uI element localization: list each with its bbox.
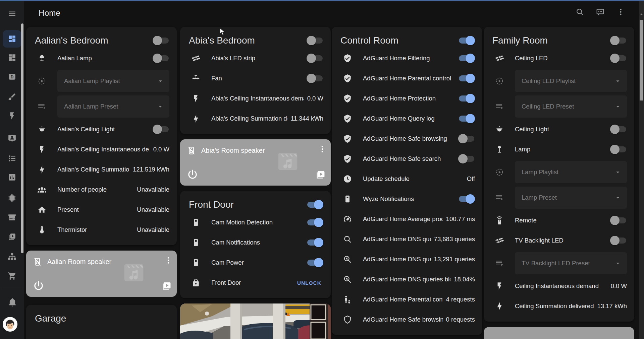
toggle[interactable]: [459, 95, 474, 101]
entity-row[interactable]: AdGuard Home DNS quer…73,683 queries: [340, 229, 475, 249]
entity-row[interactable]: Lamp: [492, 139, 627, 159]
toggle[interactable]: [611, 55, 626, 61]
scroll-up-icon[interactable]: [639, 11, 644, 17]
sidebar-item-integrations[interactable]: [3, 248, 21, 265]
room-toggle[interactable]: [307, 202, 323, 208]
entity-row[interactable]: Update scheduleOff: [340, 169, 475, 189]
toggle[interactable]: [307, 55, 323, 61]
card-front-door-camera[interactable]: [180, 303, 331, 339]
toggle[interactable]: [611, 217, 626, 223]
page-scrollbar[interactable]: [639, 1, 644, 339]
notifications-button[interactable]: [8, 297, 17, 307]
sidebar-item-brush[interactable]: [3, 88, 21, 106]
entity-row[interactable]: Ceiling LED: [492, 48, 627, 68]
sidebar-item-energy[interactable]: [3, 107, 21, 125]
toggle[interactable]: [611, 126, 626, 132]
power-button-icon[interactable]: [186, 168, 199, 181]
room-toggle[interactable]: [153, 38, 169, 44]
playlist-select[interactable]: Ceiling LED Playlist: [515, 70, 627, 92]
entity-row[interactable]: Cam Motion Detection: [189, 212, 323, 232]
sidebar-item-d-badge[interactable]: [3, 68, 21, 85]
sidebar-item-dashboard[interactable]: [3, 30, 21, 48]
card-abia-room-speaker[interactable]: Abia's Room speaker: [180, 139, 331, 186]
entity-row[interactable]: Abia's Ceiling Instantaneous dema…0.0 W: [189, 88, 323, 109]
preset-select[interactable]: Lamp Preset: [515, 187, 627, 209]
room-toggle[interactable]: [611, 38, 626, 44]
toggle[interactable]: [459, 196, 474, 202]
sidebar-scrollbar-thumb[interactable]: [21, 23, 23, 253]
unlock-button[interactable]: UNLOCK: [297, 280, 321, 286]
toggle[interactable]: [459, 156, 474, 162]
entity-row[interactable]: Ceiling Light: [492, 119, 627, 139]
room-toggle[interactable]: [307, 38, 323, 44]
search-button[interactable]: [576, 8, 584, 16]
entity-row[interactable]: Aalian's Ceiling Instantaneous de…0.0 W: [35, 139, 169, 159]
entity-row[interactable]: PresentUnavailable: [35, 200, 169, 220]
user-avatar[interactable]: [2, 317, 18, 332]
toggle[interactable]: [307, 260, 323, 266]
entity-row[interactable]: AdGuard Home Protection: [340, 88, 475, 109]
sidebar-item-dashboard-2[interactable]: [3, 49, 21, 66]
card-aalian-room-speaker[interactable]: Aalian Room speaker: [26, 251, 177, 297]
entity-row[interactable]: AdGuard Home Parental cont…4 requests: [340, 289, 475, 310]
entity-row[interactable]: Wyze Notifications: [340, 189, 475, 209]
entity-row[interactable]: AdGuard Home Parental control: [340, 68, 475, 88]
entity-row[interactable]: Abia's LED strip: [189, 48, 323, 68]
toggle[interactable]: [459, 75, 474, 81]
sidebar-item-shopping[interactable]: [3, 267, 21, 285]
entity-row[interactable]: AdGuard Home Safe search: [340, 149, 475, 169]
menu-button[interactable]: [6, 7, 18, 20]
assist-button[interactable]: [596, 8, 604, 16]
toggle[interactable]: [611, 238, 626, 244]
sidebar-item-history[interactable]: [3, 168, 21, 186]
entity-row[interactable]: AdGuard Home DNS quer…13,291 queries: [340, 249, 475, 269]
video-playlist-icon[interactable]: [161, 281, 171, 291]
entity-row[interactable]: Ceiling Summation delivered13.17 kWh: [492, 296, 627, 316]
room-toggle[interactable]: [459, 38, 474, 44]
toggle[interactable]: [459, 55, 474, 61]
toggle[interactable]: [307, 219, 323, 225]
toggle[interactable]: [307, 75, 323, 81]
page-scrollbar-thumb[interactable]: [640, 20, 643, 100]
entity-row[interactable]: AdGuard Home DNS queries blo…18.04%: [340, 269, 475, 289]
playlist-select[interactable]: Aalian Lamp Playlist: [57, 70, 169, 92]
sidebar-item-people[interactable]: [3, 129, 21, 146]
entity-row[interactable]: Cam Power: [189, 253, 323, 273]
entity-row[interactable]: AdGuard Home Average proc…100.77 ms: [340, 209, 475, 229]
entity-row[interactable]: AdGuard Home Safe browsin…0 requests: [340, 310, 475, 330]
sidebar-item-logbook[interactable]: [3, 150, 21, 167]
entity-row[interactable]: TV Backlight LED: [492, 230, 627, 251]
entity-row[interactable]: Cam Notifications: [189, 232, 323, 253]
toggle[interactable]: [153, 55, 169, 61]
card-family-room-speaker-partial[interactable]: [484, 327, 634, 339]
preset-select[interactable]: Ceiling LED Preset: [515, 95, 627, 118]
entity-row[interactable]: AdGuard Home Query log: [340, 109, 475, 129]
entity-row[interactable]: AdGuard Home Filtering: [340, 48, 475, 68]
toggle[interactable]: [459, 116, 474, 122]
toggle[interactable]: [153, 126, 169, 132]
entity-row[interactable]: Ceiling Instantaneous demand0.0 W: [492, 276, 627, 296]
entity-row[interactable]: Aalian's Ceiling Light: [35, 119, 169, 139]
sidebar-item-esphome[interactable]: [3, 189, 21, 207]
speaker-menu-icon[interactable]: [164, 256, 173, 265]
entity-row[interactable]: AdGuard Home Safe browsing: [340, 129, 475, 149]
entity-row[interactable]: Fan: [189, 68, 323, 88]
entity-row[interactable]: Abia's Ceiling Summation de…11.344 kWh: [189, 109, 323, 129]
speaker-menu-icon[interactable]: [318, 145, 327, 153]
toggle[interactable]: [307, 240, 323, 246]
toggle[interactable]: [611, 146, 626, 152]
entity-row[interactable]: Front DoorUNLOCK: [189, 273, 323, 293]
entity-row[interactable]: ThermistorUnavailable: [35, 220, 169, 240]
sidebar-item-media[interactable]: [3, 228, 21, 246]
preset-select[interactable]: TV Backlight LED Preset: [515, 252, 627, 274]
power-button-icon[interactable]: [32, 279, 45, 292]
preset-select[interactable]: Aalian Lamp Preset: [57, 95, 169, 118]
playlist-select[interactable]: Lamp Playlist: [515, 161, 627, 183]
overflow-menu-button[interactable]: [616, 8, 625, 16]
sidebar-item-hacs[interactable]: [3, 209, 21, 226]
entity-row[interactable]: Aalian's Ceiling Summation…121.519 kWh: [35, 159, 169, 180]
toggle[interactable]: [459, 136, 474, 142]
entity-row[interactable]: Number of peopleUnavailable: [35, 180, 169, 200]
video-playlist-icon[interactable]: [315, 170, 325, 180]
entity-row[interactable]: Aalian Lamp: [35, 48, 169, 68]
